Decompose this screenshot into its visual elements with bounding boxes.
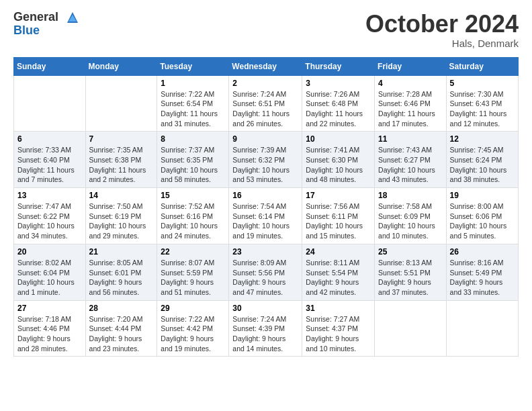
day-number: 5 — [450, 79, 515, 88]
calendar-cell: 17Sunrise: 7:56 AMSunset: 6:11 PMDayligh… — [302, 188, 375, 244]
calendar-cell: 5Sunrise: 7:30 AMSunset: 6:43 PMDaylight… — [446, 75, 518, 132]
day-number: 20 — [17, 247, 82, 257]
calendar-week-row: 13Sunrise: 7:47 AMSunset: 6:22 PMDayligh… — [14, 188, 519, 244]
calendar-cell: 27Sunrise: 7:18 AMSunset: 4:46 PMDayligh… — [14, 300, 86, 357]
day-info: Sunrise: 7:33 AMSunset: 6:40 PMDaylight:… — [17, 145, 82, 185]
day-info: Sunrise: 7:18 AMSunset: 4:46 PMDaylight:… — [17, 314, 82, 354]
calendar-cell: 19Sunrise: 8:00 AMSunset: 6:06 PMDayligh… — [446, 188, 518, 244]
day-number: 2 — [232, 79, 298, 88]
weekday-header: Saturday — [446, 57, 518, 75]
calendar-cell: 24Sunrise: 8:11 AMSunset: 5:54 PMDayligh… — [302, 244, 375, 300]
day-info: Sunrise: 8:13 AMSunset: 5:51 PMDaylight:… — [378, 258, 443, 298]
calendar-cell — [375, 300, 447, 357]
day-number: 10 — [306, 134, 371, 144]
day-info: Sunrise: 7:45 AMSunset: 6:24 PMDaylight:… — [450, 145, 515, 185]
day-number: 28 — [89, 304, 154, 313]
calendar-cell: 18Sunrise: 7:58 AMSunset: 6:09 PMDayligh… — [375, 188, 447, 244]
day-info: Sunrise: 7:50 AMSunset: 6:19 PMDaylight:… — [89, 201, 154, 241]
day-number: 12 — [450, 134, 515, 144]
day-number: 1 — [161, 79, 225, 88]
day-number: 9 — [232, 134, 298, 144]
day-number: 15 — [161, 191, 225, 200]
logo-blue: Blue — [13, 24, 40, 37]
day-number: 24 — [306, 247, 371, 257]
day-info: Sunrise: 7:37 AMSunset: 6:35 PMDaylight:… — [161, 145, 225, 185]
day-number: 14 — [89, 191, 154, 200]
day-info: Sunrise: 7:22 AMSunset: 4:42 PMDaylight:… — [161, 314, 225, 354]
month-title: October 2024 — [365, 11, 519, 38]
calendar-cell: 3Sunrise: 7:26 AMSunset: 6:48 PMDaylight… — [302, 75, 375, 132]
day-number: 19 — [450, 191, 515, 200]
day-info: Sunrise: 7:22 AMSunset: 6:54 PMDaylight:… — [161, 89, 225, 129]
weekday-header: Wednesday — [229, 57, 302, 75]
calendar-week-row: 20Sunrise: 8:02 AMSunset: 6:04 PMDayligh… — [14, 244, 519, 300]
calendar-cell: 12Sunrise: 7:45 AMSunset: 6:24 PMDayligh… — [446, 132, 518, 188]
day-info: Sunrise: 7:30 AMSunset: 6:43 PMDaylight:… — [450, 89, 515, 129]
calendar-cell: 21Sunrise: 8:05 AMSunset: 6:01 PMDayligh… — [85, 244, 157, 300]
calendar-cell — [446, 300, 518, 357]
day-info: Sunrise: 7:52 AMSunset: 6:16 PMDaylight:… — [161, 201, 225, 241]
day-info: Sunrise: 7:58 AMSunset: 6:09 PMDaylight:… — [378, 201, 443, 241]
calendar-cell: 15Sunrise: 7:52 AMSunset: 6:16 PMDayligh… — [157, 188, 229, 244]
calendar-week-row: 6Sunrise: 7:33 AMSunset: 6:40 PMDaylight… — [14, 132, 519, 188]
calendar-cell: 28Sunrise: 7:20 AMSunset: 4:44 PMDayligh… — [85, 300, 157, 357]
calendar-cell: 10Sunrise: 7:41 AMSunset: 6:30 PMDayligh… — [302, 132, 375, 188]
calendar-table: SundayMondayTuesdayWednesdayThursdayFrid… — [13, 57, 519, 357]
day-number: 8 — [161, 134, 225, 144]
page: General Blue October 2024 Hals, Denmark — [0, 0, 532, 367]
day-number: 11 — [378, 134, 443, 144]
calendar-cell: 20Sunrise: 8:02 AMSunset: 6:04 PMDayligh… — [14, 244, 86, 300]
day-info: Sunrise: 8:11 AMSunset: 5:54 PMDaylight:… — [306, 258, 371, 298]
calendar-cell: 26Sunrise: 8:16 AMSunset: 5:49 PMDayligh… — [446, 244, 518, 300]
calendar-cell — [85, 75, 157, 132]
day-number: 21 — [89, 247, 154, 257]
day-info: Sunrise: 7:54 AMSunset: 6:14 PMDaylight:… — [232, 201, 298, 241]
day-number: 16 — [232, 191, 298, 200]
calendar-cell: 13Sunrise: 7:47 AMSunset: 6:22 PMDayligh… — [14, 188, 86, 244]
calendar-cell: 16Sunrise: 7:54 AMSunset: 6:14 PMDayligh… — [229, 188, 302, 244]
day-number: 27 — [17, 304, 82, 313]
calendar-cell: 4Sunrise: 7:28 AMSunset: 6:46 PMDaylight… — [375, 75, 447, 132]
day-info: Sunrise: 7:47 AMSunset: 6:22 PMDaylight:… — [17, 201, 82, 241]
calendar-cell: 2Sunrise: 7:24 AMSunset: 6:51 PMDaylight… — [229, 75, 302, 132]
calendar-cell — [14, 75, 86, 132]
day-info: Sunrise: 8:07 AMSunset: 5:59 PMDaylight:… — [161, 258, 225, 298]
header: General Blue October 2024 Hals, Denmark — [13, 11, 519, 49]
day-info: Sunrise: 7:27 AMSunset: 4:37 PMDaylight:… — [306, 314, 371, 354]
calendar-cell: 22Sunrise: 8:07 AMSunset: 5:59 PMDayligh… — [157, 244, 229, 300]
calendar-cell: 14Sunrise: 7:50 AMSunset: 6:19 PMDayligh… — [85, 188, 157, 244]
title-block: October 2024 Hals, Denmark — [365, 11, 519, 49]
logo-general: General — [13, 11, 79, 24]
day-info: Sunrise: 8:05 AMSunset: 6:01 PMDaylight:… — [89, 258, 154, 298]
calendar-cell: 1Sunrise: 7:22 AMSunset: 6:54 PMDaylight… — [157, 75, 229, 132]
weekday-header: Monday — [85, 57, 157, 75]
day-number: 6 — [17, 134, 82, 144]
day-number: 3 — [306, 79, 371, 88]
calendar-cell: 6Sunrise: 7:33 AMSunset: 6:40 PMDaylight… — [14, 132, 86, 188]
day-number: 7 — [89, 134, 154, 144]
day-info: Sunrise: 8:00 AMSunset: 6:06 PMDaylight:… — [450, 201, 515, 241]
day-number: 30 — [232, 304, 298, 313]
logo: General Blue — [13, 11, 79, 38]
day-info: Sunrise: 7:26 AMSunset: 6:48 PMDaylight:… — [306, 89, 371, 129]
weekday-header: Sunday — [14, 57, 86, 75]
location: Hals, Denmark — [365, 38, 519, 49]
day-number: 22 — [161, 247, 225, 257]
day-number: 18 — [378, 191, 443, 200]
day-number: 29 — [161, 304, 225, 313]
weekday-header: Thursday — [302, 57, 375, 75]
day-number: 17 — [306, 191, 371, 200]
day-info: Sunrise: 7:24 AMSunset: 6:51 PMDaylight:… — [232, 89, 298, 129]
calendar-cell: 7Sunrise: 7:35 AMSunset: 6:38 PMDaylight… — [85, 132, 157, 188]
day-info: Sunrise: 7:20 AMSunset: 4:44 PMDaylight:… — [89, 314, 154, 354]
calendar-week-row: 1Sunrise: 7:22 AMSunset: 6:54 PMDaylight… — [14, 75, 519, 132]
day-number: 4 — [378, 79, 443, 88]
calendar-cell: 30Sunrise: 7:24 AMSunset: 4:39 PMDayligh… — [229, 300, 302, 357]
calendar-cell: 9Sunrise: 7:39 AMSunset: 6:32 PMDaylight… — [229, 132, 302, 188]
calendar-cell: 11Sunrise: 7:43 AMSunset: 6:27 PMDayligh… — [375, 132, 447, 188]
calendar-cell: 8Sunrise: 7:37 AMSunset: 6:35 PMDaylight… — [157, 132, 229, 188]
day-info: Sunrise: 7:39 AMSunset: 6:32 PMDaylight:… — [232, 145, 298, 185]
day-info: Sunrise: 7:41 AMSunset: 6:30 PMDaylight:… — [306, 145, 371, 185]
day-info: Sunrise: 7:43 AMSunset: 6:27 PMDaylight:… — [378, 145, 443, 185]
weekday-header: Tuesday — [157, 57, 229, 75]
